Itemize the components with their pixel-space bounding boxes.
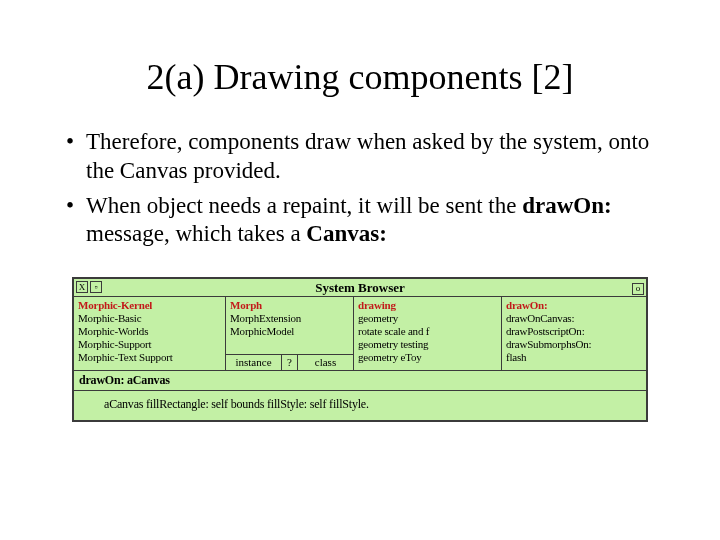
list-item[interactable]: Morphic-Kernel bbox=[78, 299, 221, 312]
titlebar[interactable]: X ▫ System Browser o bbox=[74, 279, 646, 297]
selector-pane[interactable]: drawOn: drawOnCanvas: drawPostscriptOn: … bbox=[502, 297, 646, 370]
list-item[interactable]: drawOnCanvas: bbox=[506, 312, 642, 325]
menu-icon[interactable]: ▫ bbox=[90, 281, 102, 293]
bullet-item: When object needs a repaint, it will be … bbox=[66, 192, 672, 250]
system-browser-window: X ▫ System Browser o Morphic-Kernel Morp… bbox=[72, 277, 648, 422]
window-title: System Browser bbox=[315, 280, 405, 295]
list-item[interactable]: Morphic-Worlds bbox=[78, 325, 221, 338]
list-item[interactable]: geometry testing bbox=[358, 338, 497, 351]
list-item[interactable]: drawOn: bbox=[506, 299, 642, 312]
list-item[interactable]: Morphic-Support bbox=[78, 338, 221, 351]
list-item[interactable]: Morph bbox=[230, 299, 349, 312]
bullet-item: Therefore, components draw when asked by… bbox=[66, 128, 672, 186]
list-item[interactable]: geometry eToy bbox=[358, 351, 497, 364]
bullet-text: When object needs a repaint, it will be … bbox=[86, 193, 522, 218]
bullet-text-bold: drawOn: bbox=[522, 193, 611, 218]
code-pane[interactable]: aCanvas fillRectangle: self bounds fillS… bbox=[74, 391, 646, 420]
instance-class-switch: instance ? class bbox=[226, 354, 353, 370]
list-item[interactable]: drawPostscriptOn: bbox=[506, 325, 642, 338]
bullet-list: Therefore, components draw when asked by… bbox=[48, 128, 672, 249]
protocol-pane[interactable]: drawing geometry rotate scale and f geom… bbox=[354, 297, 502, 370]
method-signature[interactable]: drawOn: aCanvas bbox=[74, 371, 646, 391]
category-pane[interactable]: Morphic-Kernel Morphic-Basic Morphic-Wor… bbox=[74, 297, 226, 370]
list-item[interactable]: flash bbox=[506, 351, 642, 364]
list-item[interactable]: drawing bbox=[358, 299, 497, 312]
list-item[interactable]: Morphic-Text Support bbox=[78, 351, 221, 364]
browser-panes: Morphic-Kernel Morphic-Basic Morphic-Wor… bbox=[74, 297, 646, 371]
help-button[interactable]: ? bbox=[282, 355, 298, 370]
list-item[interactable]: MorphicModel bbox=[230, 325, 349, 338]
close-icon[interactable]: X bbox=[76, 281, 88, 293]
bullet-text: message, which takes a bbox=[86, 221, 306, 246]
list-item[interactable]: geometry bbox=[358, 312, 497, 325]
bullet-text-bold: Canvas: bbox=[306, 221, 387, 246]
class-pane[interactable]: Morph MorphExtension MorphicModel instan… bbox=[226, 297, 354, 370]
slide-title: 2(a) Drawing components [2] bbox=[48, 56, 672, 98]
class-button[interactable]: class bbox=[298, 355, 353, 370]
instance-button[interactable]: instance bbox=[226, 355, 282, 370]
list-item[interactable]: Morphic-Basic bbox=[78, 312, 221, 325]
list-item[interactable]: drawSubmorphsOn: bbox=[506, 338, 642, 351]
collapse-icon[interactable]: o bbox=[632, 283, 644, 295]
list-item[interactable]: MorphExtension bbox=[230, 312, 349, 325]
list-item[interactable]: rotate scale and f bbox=[358, 325, 497, 338]
